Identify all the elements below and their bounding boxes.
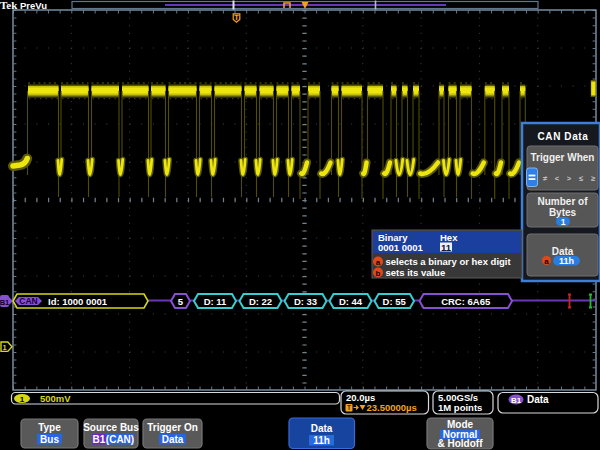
- svg-text:500mV: 500mV: [40, 393, 71, 404]
- svg-text:Trigger On: Trigger On: [147, 422, 198, 433]
- svg-text:D: 44: D: 44: [339, 296, 363, 307]
- svg-text:Trigger When: Trigger When: [531, 152, 595, 163]
- svg-text:D: 22: D: 22: [249, 296, 272, 307]
- svg-text:Id: 1000 0001: Id: 1000 0001: [48, 296, 108, 307]
- svg-text:5.00GS/s: 5.00GS/s: [438, 392, 478, 403]
- svg-text:≥: ≥: [591, 174, 595, 183]
- svg-text:B1: B1: [511, 396, 522, 405]
- svg-text:11: 11: [441, 242, 452, 253]
- svg-text:Data: Data: [162, 434, 184, 445]
- svg-text:Data: Data: [527, 394, 549, 405]
- svg-text:D: 11: D: 11: [204, 296, 227, 307]
- svg-text:a: a: [376, 258, 381, 267]
- svg-text:1M points: 1M points: [438, 402, 482, 413]
- svg-text:B1: B1: [93, 434, 106, 445]
- svg-text:11h: 11h: [313, 435, 330, 446]
- svg-text:5: 5: [178, 296, 184, 307]
- svg-text:>: >: [567, 174, 572, 183]
- svg-text:23.50000µs: 23.50000µs: [367, 402, 417, 413]
- svg-text:0001 0001: 0001 0001: [378, 242, 424, 253]
- svg-text:Number of: Number of: [538, 196, 589, 207]
- svg-text:CAN: CAN: [19, 296, 37, 306]
- svg-text:Source Bus: Source Bus: [83, 422, 139, 433]
- svg-text:Data: Data: [552, 246, 574, 257]
- svg-text:PreVu: PreVu: [20, 0, 47, 11]
- svg-text:11h: 11h: [559, 256, 574, 266]
- svg-text:CAN Data: CAN Data: [538, 131, 589, 142]
- svg-text:T: T: [234, 13, 239, 22]
- svg-text:D: 55: D: 55: [383, 296, 407, 307]
- svg-text:Type: Type: [38, 422, 61, 433]
- svg-text:20.0µs: 20.0µs: [346, 392, 375, 403]
- svg-text:& Holdoff: & Holdoff: [438, 438, 484, 449]
- svg-text:T: T: [347, 404, 351, 411]
- svg-text:≤: ≤: [579, 174, 583, 183]
- svg-text:Tek: Tek: [0, 0, 18, 11]
- svg-text:selects a binary or hex digit: selects a binary or hex digit: [386, 256, 512, 267]
- svg-text:sets its value: sets its value: [386, 267, 446, 278]
- svg-text:(CAN): (CAN): [106, 434, 134, 445]
- svg-text:B1: B1: [0, 298, 9, 307]
- svg-text:b: b: [376, 269, 381, 278]
- svg-text:1: 1: [3, 343, 7, 352]
- svg-text:Bus: Bus: [40, 434, 59, 445]
- svg-text:a: a: [544, 257, 549, 266]
- svg-text:D: 33: D: 33: [294, 296, 317, 307]
- svg-text:CRC: 6A65: CRC: 6A65: [441, 296, 491, 307]
- svg-text:1: 1: [20, 395, 25, 404]
- svg-text:<: <: [555, 174, 560, 183]
- svg-text:1: 1: [561, 217, 566, 227]
- svg-text:Data: Data: [311, 423, 333, 434]
